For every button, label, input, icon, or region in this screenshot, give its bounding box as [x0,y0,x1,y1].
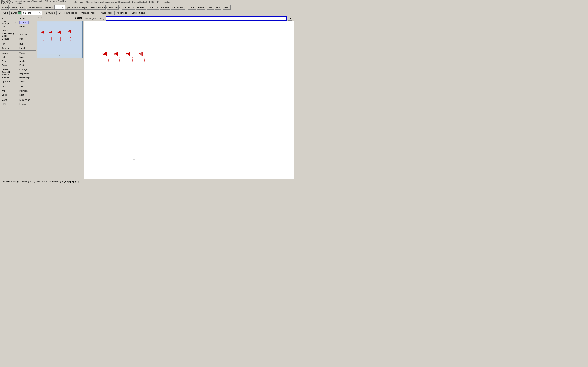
svg-marker-7 [50,31,52,34]
execute-script-button[interactable]: Execute script [89,5,105,9]
undo-button[interactable]: Undo [188,5,196,9]
command-input[interactable] [106,16,287,21]
menu-show[interactable]: Show [18,16,35,20]
sheets-title: Sheets [75,17,82,19]
save-button[interactable]: Save [10,5,18,9]
crosshair-cursor: + [133,157,135,162]
menu-mark[interactable]: Mark [0,98,18,102]
page-selector: ▾ [55,5,64,9]
grid-button[interactable]: Grid [2,11,9,15]
menu-erc[interactable]: ERC [0,102,18,106]
menu-circle[interactable]: Circle [0,93,18,97]
menu-dimension[interactable]: Dimension [18,98,35,102]
stop-button[interactable]: Stop [207,5,214,9]
sheet-thumbnail-1[interactable]: LED1 LED2 [36,21,83,58]
menu-polygon[interactable]: Polygon [18,89,35,93]
sheet-svg: LED1 LED2 [38,22,81,54]
go-button[interactable]: GO [215,5,221,9]
menu-reposition[interactable]: Reposition Attributes [0,71,18,75]
phase-probe-button[interactable]: Phase Probe [98,11,114,15]
svg-marker-48 [139,52,142,56]
redo-button[interactable]: Redo [197,5,205,9]
menu-name[interactable]: Name [0,51,18,55]
layer-selector[interactable]: 91 Nets 1 Top 16 Bottom 17 Pads 18 Vias [22,11,42,15]
svg-marker-14 [58,31,61,34]
command-dropdown-button[interactable]: ▾ [288,16,292,21]
run-ulp-button[interactable]: Run ULP [107,5,119,9]
menu-add-part[interactable]: Add Part▾ [18,33,35,37]
title-bar-right: 1 Schematic - /Users/rehaanirani/Documen… [71,0,294,4]
svg-text:LED2: LED2 [51,37,53,41]
print-button[interactable]: Print [18,5,26,9]
menu-row-move: Move Mirror [0,25,35,29]
source-setup-button[interactable]: Source Setup [130,11,147,15]
menu-net[interactable]: Net [0,42,18,46]
menu-delete[interactable]: Delete [0,67,18,71]
sheets-close-icon[interactable]: × [37,16,39,19]
add-model-button[interactable]: Add Model [115,11,130,15]
ulp-dropdown-icon[interactable]: ▾ [119,6,120,8]
script-dropdown-icon[interactable]: ▾ [106,6,107,8]
zoom-out-button[interactable]: Zoom out [147,5,159,9]
zoom-fit-button[interactable]: Zoom to fit [122,5,135,9]
menu-line[interactable]: Line [0,85,18,89]
menu-rect[interactable]: Rect [18,93,35,97]
title-bar-left: Control Panel - /Users/rehaanirani/Docum… [0,0,71,4]
menu-junction[interactable]: Junction [0,46,18,50]
menu-mirror[interactable]: Mirror [18,25,35,29]
simulate-button[interactable]: Simulate [44,11,57,15]
main-toolbar: Open▾ Save Print Generate/switch to boar… [0,4,294,10]
title-text-right: 1 Schematic - /Users/rehaanirani/Documen… [73,1,171,3]
zoom-in-button[interactable]: Zoom in [136,5,147,9]
coordinates-display: 50 mil (1757 3863) [85,17,104,20]
open-dropdown-icon[interactable]: ▾ [9,6,10,8]
menu-row-rotate: Rotate [0,29,35,33]
layer-label: Layer: [11,12,17,14]
sheets-expand-icon[interactable]: ⤢ [40,16,43,19]
menu-attribute[interactable]: Attribute [18,59,35,63]
menu-invoke[interactable]: Invoke [18,80,35,83]
group-button[interactable]: Group [19,21,29,24]
menu-optimize[interactable]: Optimize [0,80,18,83]
menu-port[interactable]: Port [18,37,35,41]
op-results-button[interactable]: OP Results Toggle [57,11,79,15]
generate-board-button[interactable]: Generate/switch to board [26,5,54,9]
canvas-body[interactable]: LED1 LED2 [84,21,294,179]
menu-module[interactable]: Module [0,37,18,41]
menu-pinswap[interactable]: Pinswap [0,75,18,80]
menu-value[interactable]: Value▾ [18,51,35,55]
zoom-select-button[interactable]: Zoom select [171,5,185,9]
open-button[interactable]: Open [1,5,9,9]
page-input[interactable] [56,6,62,8]
menu-errors[interactable]: Errors [18,102,35,106]
menu-info[interactable]: Info [0,16,18,20]
page-dropdown-icon[interactable]: ▾ [62,6,63,8]
menu-miter[interactable]: Miter [18,55,35,59]
menu-split[interactable]: Split [0,55,18,59]
menu-replace[interactable]: Replace▾ [18,71,35,75]
menu-group[interactable]: Group [18,20,35,25]
menu-paste[interactable]: Paste [18,63,35,67]
menu-copy[interactable]: Copy [0,63,18,67]
menu-label[interactable]: Label [18,46,35,50]
add-part-arrow: ▾ [29,34,29,36]
menu-add-design-block[interactable]: Add a Design Block [0,33,18,37]
redraw-button[interactable]: Redraw [160,5,170,9]
menu-slice[interactable]: Slice [0,59,18,63]
replace-arrow: ▾ [28,73,29,75]
menu-change[interactable]: Change [18,67,35,71]
sheets-content: LED1 LED2 [36,20,84,179]
help-button[interactable]: Help [223,5,231,9]
menu-row-line: Line Text [0,85,35,89]
menu-layer-settings[interactable]: Layer settings...▾ [0,20,18,25]
menu-text[interactable]: Text [18,85,35,89]
menu-rotate[interactable]: Rotate [0,29,18,33]
menu-move[interactable]: Move [0,25,18,29]
menu-bus[interactable]: Bus▾ [18,42,35,46]
menu-gateswap[interactable]: Gateswap [18,75,35,80]
menu-arc[interactable]: Arc [0,89,18,93]
voltage-probe-button[interactable]: Voltage Probe [80,11,97,15]
zoom-select-dropdown-icon[interactable]: ▾ [186,6,186,8]
open-library-button[interactable]: Open library manager [64,5,89,9]
divider-3 [0,84,35,84]
